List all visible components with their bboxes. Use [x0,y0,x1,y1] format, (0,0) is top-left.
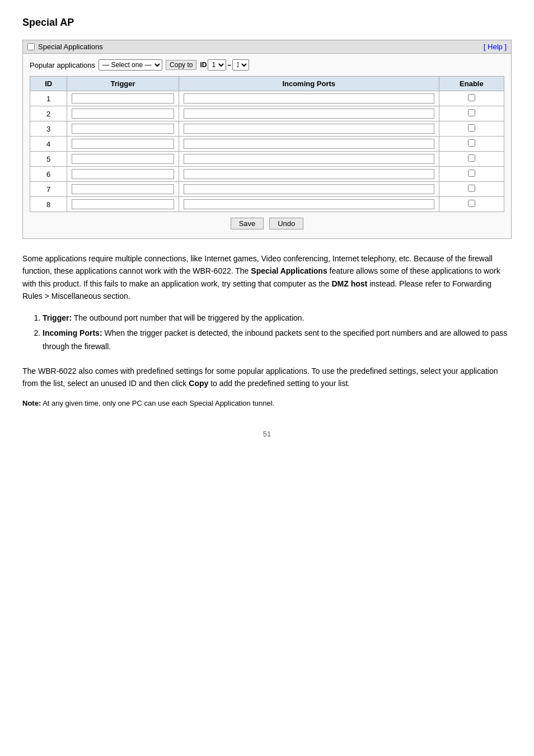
page-title: Special AP [22,17,512,29]
description-paragraph1: Some applications require multiple conne… [22,252,512,303]
incoming-input-7[interactable] [184,184,434,194]
enable-cell [439,91,504,106]
incoming-cell [179,121,439,137]
trigger-input-4[interactable] [72,139,174,149]
id-arrow: – [227,61,231,69]
table-row: 3 [30,121,504,137]
special-applications-panel: Special Applications [ Help ] Popular ap… [22,40,512,239]
bold-special-applications: Special Applications [251,266,327,275]
trigger-cell [67,91,179,106]
incoming-input-3[interactable] [184,124,434,134]
table-row: 5 [30,152,504,167]
trigger-cell [67,197,179,212]
trigger-input-8[interactable] [72,199,174,209]
enable-cell [439,137,504,152]
panel-body: Popular applications — Select one — Copy… [23,54,511,238]
panel-title: Special Applications [38,43,103,51]
enable-checkbox-5[interactable] [468,154,475,162]
incoming-input-2[interactable] [184,109,434,119]
enable-cell [439,197,504,212]
panel-header-left: Special Applications [27,43,103,51]
incoming-cell [179,197,439,212]
row-id: 6 [30,167,67,182]
row-id: 7 [30,182,67,197]
trigger-label: Trigger: [43,313,72,322]
table-row: 2 [30,106,504,121]
note-text: At any given time, only one PC can use e… [43,399,274,407]
row-id: 1 [30,91,67,106]
trigger-cell [67,106,179,121]
apps-table: ID Trigger Incoming Ports Enable 1 2 [30,76,504,212]
incoming-input-5[interactable] [184,154,434,164]
trigger-cell [67,121,179,137]
trigger-cell [67,182,179,197]
col-header-enable: Enable [439,77,504,91]
incoming-input-8[interactable] [184,199,434,209]
table-row: 1 [30,91,504,106]
note-paragraph: Note: At any given time, only one PC can… [22,399,512,407]
incoming-input-4[interactable] [184,139,434,149]
row-id: 5 [30,152,67,167]
bold-dmz-host: DMZ host [331,279,367,288]
trigger-input-3[interactable] [72,124,174,134]
enable-cell [439,167,504,182]
table-row: 8 [30,197,504,212]
popular-apps-select[interactable]: — Select one — [99,59,162,71]
col-header-id: ID [30,77,67,91]
incoming-cell [179,106,439,121]
help-link[interactable]: [ Help ] [484,43,507,51]
list-item: Trigger: The outbound port number that w… [43,312,512,325]
id-dropdown2[interactable]: 1 [232,59,249,71]
row-id: 4 [30,137,67,152]
enable-checkbox-2[interactable] [468,109,475,116]
enable-checkbox-3[interactable] [468,124,475,132]
save-row: Save Undo [30,212,504,233]
incoming-cell [179,167,439,182]
trigger-input-1[interactable] [72,93,174,104]
table-row: 7 [30,182,504,197]
incoming-cell [179,152,439,167]
incoming-input-6[interactable] [184,169,434,179]
id-select-container: ID 1 2 3 4 5 6 7 8 – 1 [200,59,249,71]
enable-cell [439,182,504,197]
table-header-row: ID Trigger Incoming Ports Enable [30,77,504,91]
popular-apps-label: Popular applications [30,61,95,69]
col-header-incoming: Incoming Ports [179,77,439,91]
enable-checkbox-7[interactable] [468,185,475,192]
enable-cell [439,106,504,121]
trigger-input-6[interactable] [72,169,174,179]
trigger-description: The outbound port number that will be tr… [74,313,305,322]
col-header-trigger: Trigger [67,77,179,91]
list-item: Incoming Ports: When the trigger packet … [43,327,512,354]
popular-apps-row: Popular applications — Select one — Copy… [30,59,504,71]
table-row: 4 [30,137,504,152]
trigger-cell [67,137,179,152]
incoming-ports-label: Incoming Ports: [43,328,102,337]
enable-cell [439,152,504,167]
incoming-cell [179,91,439,106]
trigger-input-5[interactable] [72,154,174,164]
incoming-ports-description: When the trigger packet is detected, the… [43,328,507,351]
incoming-input-1[interactable] [184,93,434,104]
trigger-input-2[interactable] [72,109,174,119]
incoming-cell [179,182,439,197]
trigger-input-7[interactable] [72,184,174,194]
id-dropdown[interactable]: 1 2 3 4 5 6 7 8 [208,59,226,71]
panel-checkbox[interactable] [27,43,35,50]
features-list: Trigger: The outbound port number that w… [43,312,512,354]
undo-button[interactable]: Undo [269,218,303,229]
copy-to-button[interactable]: Copy to [166,60,196,70]
save-button[interactable]: Save [231,218,264,229]
page-number: 51 [22,430,512,438]
enable-checkbox-1[interactable] [468,94,475,101]
enable-checkbox-4[interactable] [468,139,475,147]
bold-copy: Copy [189,379,208,388]
note-label: Note: [22,399,41,407]
enable-checkbox-8[interactable] [468,200,475,207]
row-id: 2 [30,106,67,121]
trigger-cell [67,152,179,167]
id-label: ID [200,61,207,69]
enable-cell [439,121,504,137]
row-id: 3 [30,121,67,137]
enable-checkbox-6[interactable] [468,170,475,177]
